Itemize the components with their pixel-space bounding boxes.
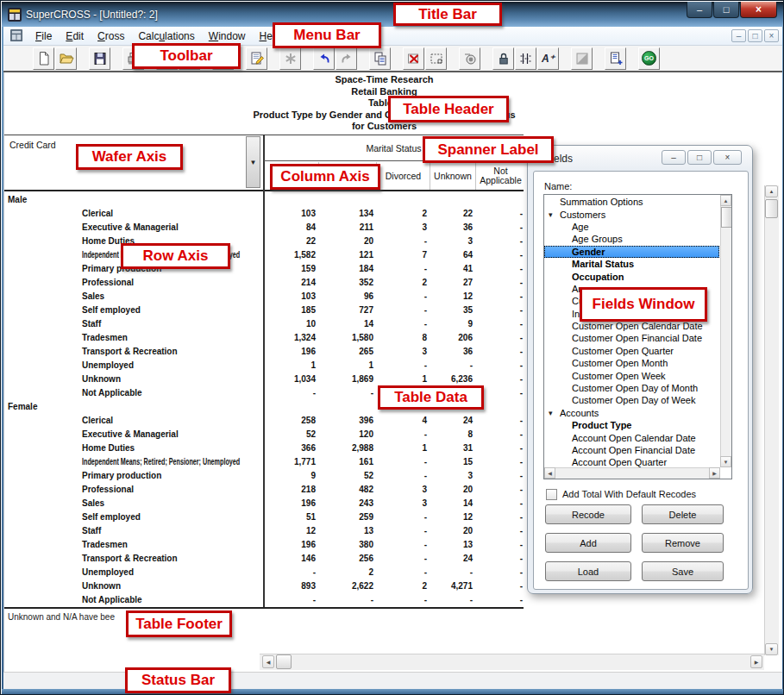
scroll-left-button[interactable]: ◀ [262,655,274,668]
row-label[interactable]: Clerical [4,416,265,425]
save-button[interactable]: Save [642,561,724,581]
mdi-close-button[interactable]: × [764,29,779,42]
add-total-checkbox[interactable] [546,489,557,500]
wafer-axis-label[interactable]: Credit Card [9,140,56,150]
fields-list-item[interactable]: Product Type [544,419,719,431]
menu-item[interactable]: File [28,28,59,44]
fields-scroll-left-button[interactable]: ◀ [544,467,555,479]
row-label[interactable]: Unemployed [4,360,265,370]
horizontal-scrollbar[interactable] [260,654,764,670]
fields-vscroll-thumb[interactable] [721,207,732,228]
column-header[interactable]: Not Applicable [475,162,525,190]
fill-button[interactable] [571,47,593,70]
tree-expand-icon[interactable]: ▾ [549,409,560,417]
scroll-up-button[interactable]: ▲ [765,185,778,197]
row-label[interactable]: Self employed [4,512,265,522]
new-button[interactable] [33,47,54,70]
fields-list-item[interactable]: Customer Open Week [544,369,719,381]
fields-close-button[interactable]: × [713,150,742,165]
record-button[interactable] [459,47,480,70]
lock-button[interactable] [492,47,514,70]
remove-button[interactable]: Remove [642,533,724,553]
fields-scroll-up-button[interactable]: ▲ [720,195,731,206]
row-label[interactable]: Tradesmen [4,540,265,549]
row-label[interactable]: Professional [4,278,265,287]
menu-item[interactable]: Cross [91,28,131,44]
fields-list-item[interactable]: Gender [544,246,719,258]
fields-list-item[interactable]: Account Open Financial Date [544,444,719,456]
select-table-button[interactable] [425,47,447,70]
maximize-button[interactable]: □ [713,2,739,18]
row-label[interactable]: Staff [4,526,265,535]
undo-button[interactable] [313,47,335,70]
column-header[interactable]: Unknown [430,162,475,190]
mdi-minimize-button[interactable]: – [731,29,746,42]
row-label[interactable]: Primary production [4,471,265,480]
fields-list-item[interactable]: Customer Open Financial Date [544,332,719,344]
save-button[interactable] [89,47,110,70]
fields-list-item[interactable]: Customer Open Quarter [544,345,719,357]
add-button[interactable]: Add [545,533,631,553]
fields-list-item[interactable]: Customer Open Day of Week [544,394,719,406]
copy-button[interactable] [369,47,391,70]
column-header[interactable]: Divorced [376,162,430,190]
row-label[interactable]: Home Duties [4,443,265,453]
row-label[interactable]: Transport & Recreation [4,347,265,356]
field-options-button[interactable] [515,47,536,70]
horizontal-scrollbar-thumb[interactable] [276,654,292,669]
fields-list-item[interactable]: Customer Open Month [544,357,719,369]
fields-list-item[interactable]: Summation Options [544,196,719,208]
vertical-scrollbar[interactable] [764,185,779,655]
edit-table-button[interactable] [246,47,267,70]
fields-list-vscrollbar[interactable]: ▲ ▼ [720,195,731,467]
fields-list-item[interactable]: ▾ Customers [544,208,719,220]
delete-table-button[interactable] [403,47,424,70]
fields-list[interactable]: Summation Options ▾ Customers Age [543,194,732,479]
row-label[interactable]: Professional [4,485,265,494]
mdi-restore-button[interactable]: □ [748,29,762,42]
row-label[interactable]: Male [4,195,265,204]
fields-list-item[interactable]: Marital Status [544,258,719,270]
row-label[interactable]: Unknown [4,374,265,384]
options-button[interactable] [279,47,301,70]
row-label[interactable]: Not Applicable [4,388,265,398]
minimize-button[interactable]: – [687,2,712,18]
row-label[interactable]: Executive & Managerial [4,222,265,232]
load-button[interactable]: Load [545,561,631,581]
wafer-dropdown-button[interactable]: ▼ [246,136,260,188]
close-button[interactable]: × [740,2,777,18]
menu-item[interactable]: Edit [59,28,91,44]
row-label[interactable]: Executive & Managerial [4,429,265,439]
row-label[interactable]: Clerical [4,209,265,218]
fields-scroll-down-button[interactable]: ▼ [720,456,731,467]
row-label[interactable]: Unknown [4,581,265,591]
row-label[interactable]: Sales [4,498,265,508]
fields-list-item[interactable]: Age [544,221,719,233]
row-label[interactable]: Unemployed [4,567,265,577]
row-label[interactable]: Sales [4,291,265,301]
row-label[interactable]: Transport & Recreation [4,554,265,563]
fields-list-item[interactable]: Age Groups [544,233,719,245]
menu-item[interactable]: Window [202,28,253,44]
fields-list-item[interactable]: ▾ Accounts [544,407,719,419]
fields-maximize-button[interactable]: □ [687,150,712,165]
add-table-button[interactable] [605,47,626,70]
vertical-scrollbar-thumb[interactable] [765,199,778,218]
fields-minimize-button[interactable]: – [662,150,686,165]
go-button[interactable]: GO [638,47,660,70]
fields-list-item[interactable]: Occupation [544,270,719,282]
row-label[interactable]: Female [4,402,265,411]
redo-button[interactable] [336,47,357,70]
row-label[interactable]: Staff [4,319,265,329]
row-label[interactable]: Tradesmen [4,333,265,342]
scroll-right-button[interactable]: ▶ [750,655,762,668]
fields-list-hscrollbar[interactable]: ◀ ▶ [544,467,720,479]
fields-list-item[interactable]: Customer Open Day of Month [544,382,719,394]
row-label[interactable]: Independent Means; Retired; Pensioner; U… [4,457,265,466]
open-button[interactable] [55,47,77,70]
font-size-button[interactable]: A⁺ [537,47,559,70]
fields-list-item[interactable]: Customer Open Calendar Date [544,320,719,332]
fields-list-item[interactable]: Account Open Calendar Date [544,431,719,443]
row-label[interactable]: Self employed [4,305,265,315]
menu-item[interactable]: Calculations [131,28,201,44]
